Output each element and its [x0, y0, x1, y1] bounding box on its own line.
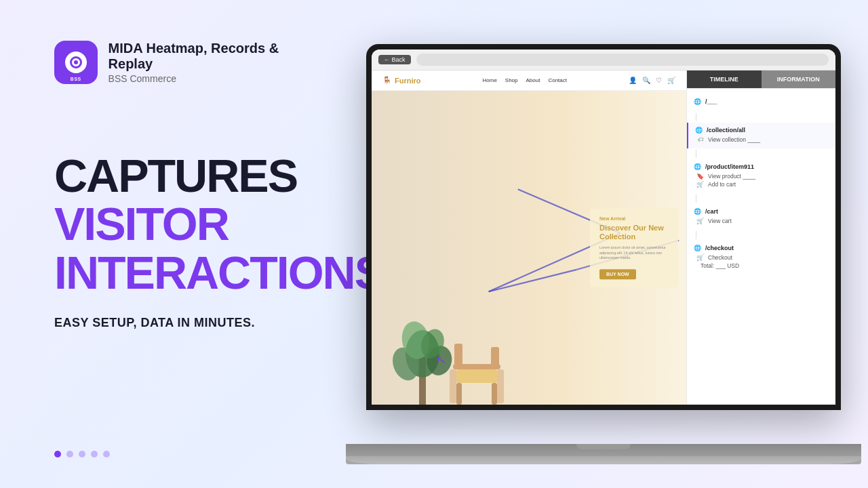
checkout-icon: 🛒 [696, 254, 704, 261]
action-view-collection: 🏷 View collection ____ [695, 136, 829, 143]
action-view-product: 🔖 View product ____ [694, 173, 829, 180]
timeline-entry-cart: 🌐 /cart 🛒 View cart [687, 204, 835, 230]
action-text-add-cart: Add to cart [708, 181, 736, 188]
route-text-cart: /cart [705, 208, 718, 215]
action-add-to-cart: 🛒 Add to cart [694, 181, 829, 188]
timeline-sidebar: TIMELINE INFORMATION 🌐 /___ [686, 70, 835, 405]
action-total: Total: ___ USD [694, 262, 829, 269]
route-text-product: /product/item911 [705, 163, 754, 170]
logo-text: MIDA Heatmap, Records & Replay BSS Comme… [108, 41, 326, 84]
furniro-nav-icons: 👤 🔍 ♡ 🛒 [629, 77, 675, 84]
svg-rect-16 [450, 369, 456, 403]
sidebar-tab-header: TIMELINE INFORMATION [687, 70, 835, 89]
action-checkout: 🛒 Checkout [694, 254, 829, 261]
furniro-brand: Furniro [395, 77, 421, 85]
headline-line1: CAPTURES [54, 152, 326, 200]
svg-line-2 [489, 270, 576, 291]
timeline-entry-collection: 🌐 /collection/all 🏷 View collection ____ [687, 123, 835, 148]
nav-home[interactable]: Home [482, 77, 496, 83]
browser-main: 🪑 Furniro Home Shop About Contact 👤 [372, 70, 835, 405]
nav-about[interactable]: About [526, 77, 540, 83]
furniro-nav-links: Home Shop About Contact [482, 77, 567, 83]
nav-account-icon[interactable]: 👤 [629, 77, 637, 84]
globe-icon-product: 🌐 [694, 163, 701, 170]
globe-icon-root: 🌐 [694, 98, 701, 105]
nav-wishlist-icon[interactable]: ♡ [656, 77, 662, 84]
hero-discover: Discover Our New Collection [599, 224, 669, 241]
hero-new-arrival: New Arrival [599, 216, 669, 221]
svg-rect-15 [492, 383, 497, 405]
browser-chrome: ← Back [372, 49, 835, 70]
route-checkout: 🌐 /checkout [694, 245, 829, 251]
pagination-dots [54, 451, 110, 458]
action-text-view-cart: View cart [708, 218, 732, 224]
nav-contact[interactable]: Contact [548, 77, 567, 83]
logo-area: BSS MIDA Heatmap, Records & Replay BSS C… [54, 41, 326, 84]
dot-5[interactable] [103, 451, 110, 458]
route-text-checkout: /checkout [705, 245, 734, 251]
hero-chair [439, 340, 514, 405]
hero-buy-button[interactable]: BUY NOW [599, 269, 636, 279]
route-collection: 🌐 /collection/all [695, 127, 829, 134]
action-view-cart: 🛒 View cart [694, 218, 829, 224]
divider-3 [696, 195, 696, 203]
url-bar [416, 54, 829, 66]
screen-inner: ← Back 🪑 Furniro H [372, 49, 835, 405]
route-text-root: /___ [705, 98, 717, 105]
website-frame: 🪑 Furniro Home Shop About Contact 👤 [372, 70, 686, 405]
svg-rect-17 [497, 369, 504, 403]
right-panel: ← Back 🪑 Furniro H [339, 0, 868, 488]
nav-cart-icon[interactable]: 🛒 [667, 77, 675, 84]
dot-4[interactable] [91, 451, 98, 458]
route-root: 🌐 /___ [694, 98, 829, 105]
nav-shop[interactable]: Shop [505, 77, 518, 83]
app-title: MIDA Heatmap, Records & Replay [108, 41, 326, 72]
globe-icon-collection: 🌐 [695, 127, 703, 134]
headline: CAPTURES VISITOR INTERACTIONS EASY SETUP… [54, 152, 326, 330]
subheadline: EASY SETUP, DATA IN MINUTES. [54, 316, 326, 330]
tab-information[interactable]: INFORMATION [762, 70, 836, 88]
furniro-hero: New Arrival Discover Our New Collection … [372, 91, 686, 405]
furniro-navbar: 🪑 Furniro Home Shop About Contact 👤 [372, 70, 686, 91]
divider-1 [696, 113, 696, 121]
view-cart-icon: 🛒 [696, 218, 704, 224]
hero-text-box: New Arrival Discover Our New Collection … [590, 208, 678, 287]
route-cart: 🌐 /cart [694, 208, 829, 215]
globe-icon-checkout: 🌐 [694, 245, 701, 251]
cart-add-icon: 🛒 [696, 181, 704, 188]
hero-desc: Lorem ipsum dolor sit amet, consectetur … [599, 245, 669, 261]
divider-2 [696, 150, 696, 158]
logo-badge: BSS [71, 77, 81, 81]
tag-icon-collection: 🏷 [698, 136, 704, 143]
laptop-foot [346, 456, 861, 464]
route-product: 🌐 /product/item911 [694, 163, 829, 170]
headline-line3: INTERACTIONS [54, 249, 326, 297]
furniro-logo-icon: 🪑 [382, 76, 392, 85]
route-text-collection: /collection/all [707, 127, 745, 134]
left-panel: BSS MIDA Heatmap, Records & Replay BSS C… [0, 0, 366, 488]
timeline-entry-checkout: 🌐 /checkout 🛒 Checkout Total: ___ USD [687, 241, 835, 274]
laptop: ← Back 🪑 Furniro H [346, 44, 861, 464]
svg-rect-14 [456, 383, 462, 405]
timeline-entry-product: 🌐 /product/item911 🔖 View product ____ 🛒 [687, 159, 835, 193]
action-text-total: Total: ___ USD [701, 262, 739, 269]
furniro-logo: 🪑 Furniro [382, 76, 421, 85]
laptop-base [346, 444, 861, 464]
dot-2[interactable] [66, 451, 73, 458]
svg-rect-11 [456, 369, 497, 383]
action-text-checkout: Checkout [708, 254, 732, 261]
tag-icon-product: 🔖 [696, 173, 704, 180]
back-button[interactable]: ← Back [378, 55, 411, 64]
headline-line2: VISITOR [54, 200, 326, 248]
dot-1[interactable] [54, 451, 61, 458]
app-subtitle: BSS Commerce [108, 73, 326, 84]
tab-timeline[interactable]: TIMELINE [687, 70, 762, 88]
app-logo-icon: BSS [54, 41, 98, 84]
laptop-screen: ← Back 🪑 Furniro H [366, 44, 841, 410]
dot-3[interactable] [79, 451, 85, 458]
action-text-collection: View collection ____ [708, 136, 760, 143]
nav-search-icon[interactable]: 🔍 [642, 77, 650, 84]
timeline-entry-root: 🌐 /___ [687, 94, 835, 112]
action-text-view-product: View product ____ [708, 173, 755, 180]
globe-icon-cart: 🌐 [694, 208, 701, 215]
